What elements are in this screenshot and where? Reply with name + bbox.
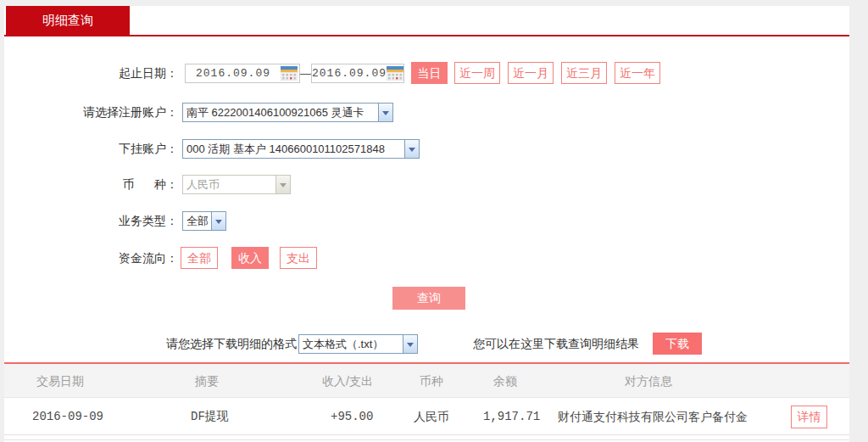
cell-counterparty: 财付通支付科技有限公司客户备付金 [558, 399, 748, 434]
cell-summary: DF提现 [191, 399, 229, 434]
table-header: 交易日期 摘要 收入/支出 币种 余额 对方信息 [4, 364, 849, 398]
sub-account-label: 下挂账户： [4, 137, 178, 159]
chevron-down-icon [403, 335, 417, 353]
sub-account-select[interactable]: 000 活期 基本户 1406600101102571848 [182, 139, 420, 159]
chevron-down-icon [378, 104, 392, 121]
detail-button[interactable]: 详情 [791, 406, 827, 428]
sub-account-row: 下挂账户： 000 活期 基本户 1406600101102571848 [4, 137, 849, 161]
quick-range-month-button[interactable]: 近一月 [508, 62, 554, 84]
date-from-input[interactable]: 2016.09.09 [185, 64, 300, 83]
download-button[interactable]: 下载 [653, 333, 702, 355]
date-to-input[interactable]: 2016.09.09 [311, 64, 404, 83]
sub-account-value: 000 活期 基本户 1406600101102571848 [186, 143, 385, 155]
page-background: { "colors": { "tab_red": "#c40812", "acc… [0, 0, 868, 442]
header-currency: 币种 [420, 364, 443, 398]
currency-label: 币 种： [4, 173, 178, 195]
quick-range-quarter-button[interactable]: 近三月 [561, 62, 607, 84]
currency-select: 人民币 [182, 175, 291, 194]
fund-flow-income-button[interactable]: 收入 [231, 247, 269, 269]
register-account-label: 请选择注册账户： [4, 101, 178, 123]
currency-row: 币 种： 人民币 [4, 173, 849, 197]
fund-flow-label: 资金流向： [4, 247, 178, 269]
download-format-select[interactable]: 文本格式（.txt） [298, 334, 418, 354]
quick-range-week-button[interactable]: 近一周 [454, 62, 500, 84]
fund-flow-all-button[interactable]: 全部 [181, 247, 218, 269]
chevron-down-icon [404, 140, 419, 158]
table-row: 2016-09-09 DF提现 +95.00 人民币 1,917.71 财付通支… [4, 399, 849, 435]
quick-range-year-button[interactable]: 近一年 [615, 62, 660, 84]
query-button[interactable]: 查询 [392, 287, 465, 310]
fund-flow-row: 资金流向： 全部 收入 支出 [4, 247, 849, 271]
calendar-icon[interactable] [281, 66, 298, 81]
register-account-row: 请选择注册账户： 南平 6222001406100921065 灵通卡 [4, 101, 849, 125]
download-format-label: 请您选择下载明细的格式 [166, 333, 297, 355]
business-type-label: 业务类型： [4, 210, 178, 232]
tab-underline [4, 35, 849, 36]
download-format-value: 文本格式（.txt） [303, 338, 383, 350]
header-counterparty: 对方信息 [625, 364, 672, 398]
fund-flow-expense-button[interactable]: 支出 [280, 247, 317, 269]
date-range-label: 起止日期： [4, 62, 178, 84]
header-summary: 摘要 [195, 364, 219, 398]
register-account-select[interactable]: 南平 6222001406100921065 灵通卡 [182, 103, 393, 122]
chevron-down-icon [211, 212, 225, 230]
register-account-value: 南平 6222001406100921065 灵通卡 [186, 106, 364, 119]
quick-range-today-button[interactable]: 当日 [411, 62, 448, 84]
cell-balance: 1,917.71 [483, 399, 540, 434]
date-range-row: 起止日期： 2016.09.09 — 2016.09.09 [4, 62, 849, 86]
currency-value: 人民币 [186, 178, 220, 191]
business-type-row: 业务类型： 全部 [4, 210, 849, 233]
calendar-icon[interactable] [387, 66, 403, 81]
tab-detail-query[interactable]: 明细查询 [6, 6, 130, 35]
chevron-down-icon [275, 176, 290, 193]
header-amount: 收入/支出 [322, 364, 373, 398]
header-trade-date: 交易日期 [36, 364, 84, 398]
download-hint: 您可以在这里下载查询明细结果 [473, 333, 639, 355]
date-to-value: 2016.09.09 [312, 67, 387, 80]
cell-currency: 人民币 [414, 399, 449, 434]
date-separator: — [300, 62, 312, 85]
business-type-value: 全部 [186, 215, 209, 227]
cell-amount: +95.00 [331, 399, 373, 434]
date-from-value: 2016.09.09 [186, 67, 281, 80]
header-balance: 余额 [493, 364, 517, 398]
content-panel: 明细查询 起止日期： 2016.09.09 — 2016.09.09 [4, 6, 849, 442]
download-row: 请您选择下载明细的格式 文本格式（.txt） 您可以在这里下载查询明细结果 下载 [4, 333, 849, 356]
cell-trade-date: 2016-09-09 [32, 399, 103, 434]
business-type-select[interactable]: 全部 [182, 211, 226, 231]
